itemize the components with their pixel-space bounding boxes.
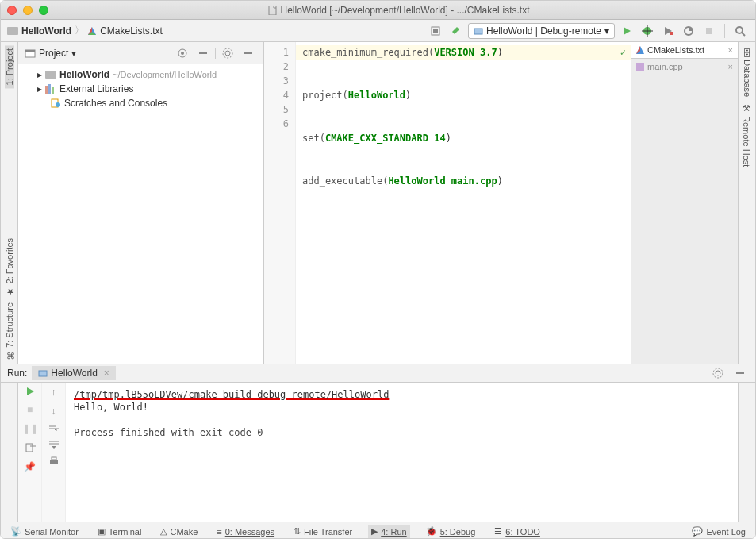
run-label: Run: — [7, 368, 27, 379]
svg-rect-18 — [25, 50, 35, 52]
stop-button[interactable]: ■ — [27, 404, 33, 415]
terminal-tab[interactable]: ▣Terminal — [94, 525, 145, 538]
gear-icon[interactable] — [709, 364, 727, 382]
event-log-tab[interactable]: 💬Event Log — [689, 525, 749, 538]
collapse-all-icon[interactable] — [194, 44, 212, 62]
structure-tool-button[interactable]: ⌘ 7: Structure — [4, 299, 14, 364]
pin-button[interactable]: 📌 — [24, 461, 36, 472]
cpp-icon — [636, 63, 644, 71]
expand-arrow-icon: ▸ — [37, 83, 42, 94]
run-navigation: ↑ ↓ — [42, 383, 66, 522]
svg-rect-27 — [52, 87, 54, 94]
run-tab[interactable]: HelloWorld × — [32, 366, 115, 380]
run-configuration-selector[interactable]: HelloWorld | Debug-remote ▾ — [468, 23, 615, 39]
tree-root[interactable]: ▸ HelloWorld ~/Development/HelloWorld — [18, 67, 263, 82]
build-icon[interactable] — [427, 22, 444, 40]
svg-point-23 — [223, 48, 232, 58]
window-titlebar: HelloWorld [~/Development/HelloWorld] - … — [1, 1, 755, 20]
svg-point-20 — [181, 52, 184, 55]
run-tab[interactable]: ▶4: Run — [368, 525, 409, 538]
serial-monitor-tab[interactable]: 📡Serial Monitor — [7, 525, 82, 538]
down-arrow-icon[interactable]: ↓ — [52, 406, 56, 417]
minimize-window-button[interactable] — [23, 6, 33, 15]
app-icon — [38, 368, 48, 378]
breadcrumb-file[interactable]: CMakeLists.txt — [100, 25, 163, 37]
maximize-window-button[interactable] — [39, 6, 48, 15]
debug-tab[interactable]: 🐞5: Debug — [423, 525, 479, 538]
close-tab-icon[interactable]: × — [728, 45, 733, 55]
cmake-icon — [87, 26, 97, 36]
search-button[interactable] — [731, 22, 749, 40]
svg-point-22 — [225, 51, 230, 56]
hide-panel-icon[interactable] — [731, 364, 749, 382]
code-content[interactable]: cmake_minimum_required(VERSION 3.7) proj… — [296, 42, 631, 364]
folder-icon — [7, 27, 18, 35]
database-tool-button[interactable]: 🗄 Database — [743, 45, 752, 100]
exit-button[interactable] — [25, 442, 36, 453]
svg-line-16 — [742, 33, 745, 36]
svg-point-15 — [736, 27, 743, 33]
stop-button[interactable] — [700, 22, 718, 40]
close-window-button[interactable] — [7, 6, 17, 15]
profile-button[interactable] — [680, 22, 697, 40]
chevron-down-icon[interactable]: ▾ — [71, 48, 76, 59]
app-icon — [474, 26, 483, 36]
todo-tab[interactable]: ☰6: TODO — [491, 525, 543, 538]
hammer-icon[interactable] — [447, 22, 465, 40]
up-arrow-icon[interactable]: ↑ — [52, 387, 56, 398]
svg-rect-43 — [50, 460, 58, 464]
breadcrumb-project[interactable]: HelloWorld — [21, 25, 71, 37]
run-output[interactable]: /tmp/tmp.lB55oLDVew/cmake-build-debug-re… — [66, 383, 738, 522]
scroll-end-icon[interactable] — [48, 441, 59, 449]
svg-rect-44 — [52, 457, 56, 460]
coverage-button[interactable] — [659, 22, 677, 40]
scratches-icon — [50, 98, 61, 108]
messages-tab[interactable]: ≡0: Messages — [213, 526, 278, 538]
project-tree: ▸ HelloWorld ~/Development/HelloWorld ▸ … — [18, 64, 263, 114]
file-tab-maincpp[interactable]: main.cpp × — [631, 59, 738, 75]
svg-point-35 — [713, 368, 723, 378]
run-button[interactable] — [618, 22, 635, 40]
left-tool-rail: 1: Project ★ 2: Favorites ⌘ 7: Structure — [1, 42, 18, 364]
close-tab-icon[interactable]: × — [104, 368, 109, 379]
editor-area: 1 2 3 4 5 6 cmake_minimum_required(VERSI… — [264, 42, 738, 364]
pause-button[interactable]: ❚❚ — [22, 423, 38, 434]
hide-panel-icon[interactable] — [240, 44, 257, 62]
tree-scratches[interactable]: Scratches and Consoles — [18, 96, 263, 110]
run-panel: ■ ❚❚ 📌 ↑ ↓ /tmp/tmp.lB55oLDVew/cmake-bui… — [1, 383, 755, 522]
breadcrumb: HelloWorld 〉 CMakeLists.txt — [7, 24, 163, 37]
left-rail-continuation — [1, 383, 18, 522]
svg-marker-37 — [27, 387, 34, 395]
svg-rect-6 — [474, 29, 482, 34]
svg-point-29 — [56, 102, 60, 107]
project-icon — [25, 48, 36, 59]
file-tab-cmakelists[interactable]: CMakeLists.txt × — [631, 42, 738, 59]
remote-host-tool-button[interactable]: ⚒ Remote Host — [742, 100, 752, 170]
select-opened-icon[interactable] — [174, 44, 191, 62]
print-icon[interactable] — [48, 456, 59, 466]
svg-point-34 — [716, 371, 720, 375]
window-title: HelloWorld [~/Development/HelloWorld] - … — [48, 5, 749, 16]
soft-wrap-icon[interactable] — [48, 425, 59, 433]
tree-external-libs[interactable]: ▸ External Libraries — [18, 82, 263, 96]
panel-title: Project — [39, 48, 68, 59]
close-tab-icon[interactable]: × — [728, 62, 733, 71]
debug-button[interactable] — [639, 22, 656, 40]
run-controls: ■ ❚❚ 📌 — [18, 383, 42, 522]
run-panel-header: Run: HelloWorld × — [1, 364, 755, 383]
output-hello: Hello, World! — [74, 401, 730, 414]
editor-file-tabs: CMakeLists.txt × main.cpp × — [631, 42, 738, 364]
svg-rect-32 — [636, 63, 644, 71]
breadcrumb-separator: 〉 — [75, 24, 84, 37]
code-editor[interactable]: 1 2 3 4 5 6 cmake_minimum_required(VERSI… — [264, 42, 631, 364]
project-tool-button[interactable]: 1: Project — [5, 45, 14, 88]
favorites-tool-button[interactable]: ★ 2: Favorites — [4, 235, 14, 300]
rerun-button[interactable] — [25, 387, 35, 396]
project-panel: Project ▾ ▸ HelloWorld ~/Development/Hel… — [18, 42, 264, 364]
file-transfer-tab[interactable]: ⇅File Transfer — [290, 525, 355, 538]
svg-rect-12 — [670, 32, 673, 35]
svg-rect-5 — [433, 29, 438, 33]
gear-icon[interactable] — [219, 44, 236, 62]
cmake-tab[interactable]: △CMake — [157, 525, 201, 538]
svg-marker-7 — [624, 27, 631, 35]
